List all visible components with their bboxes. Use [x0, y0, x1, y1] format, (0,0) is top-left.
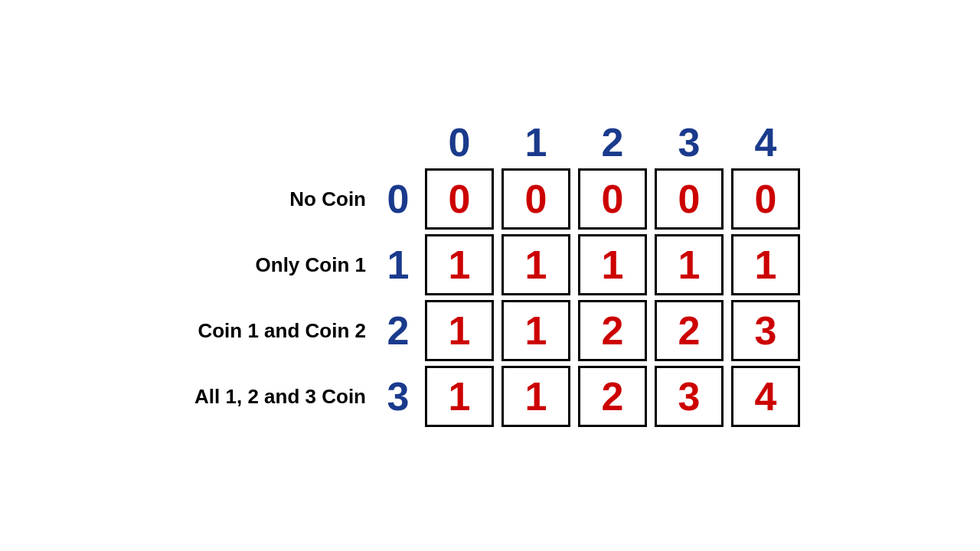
data-row-2: Coin 1 and Coin 2211223	[176, 300, 804, 361]
cell-1-0: 1	[425, 234, 494, 295]
data-row-3: All 1, 2 and 3 Coin311234	[176, 366, 804, 427]
cell-0-1: 0	[501, 168, 570, 230]
col-header-2: 2	[574, 119, 651, 165]
cell-2-1: 1	[501, 300, 570, 361]
col-header-3: 3	[651, 119, 727, 165]
header-row: 01234	[176, 119, 804, 165]
cell-3-2: 2	[578, 366, 647, 427]
cell-3-3: 3	[655, 366, 724, 427]
col-header-0: 0	[421, 119, 498, 165]
cell-1-3: 1	[655, 234, 724, 295]
data-row-0: No Coin000000	[176, 168, 804, 230]
cell-2-2: 2	[578, 300, 647, 361]
row-index-3: 3	[375, 373, 421, 419]
cell-3-0: 1	[425, 366, 494, 427]
row-label-3: All 1, 2 and 3 Coin	[176, 385, 375, 409]
data-row-1: Only Coin 1111111	[176, 234, 804, 295]
cell-0-2: 0	[578, 168, 647, 230]
main-table: 01234 No Coin000000Only Coin 1111111Coin…	[176, 119, 804, 432]
cell-0-3: 0	[655, 168, 724, 230]
cell-0-0: 0	[425, 168, 494, 230]
cell-2-4: 3	[731, 300, 800, 361]
col-header-1: 1	[498, 119, 574, 165]
row-label-1: Only Coin 1	[176, 253, 375, 277]
col-header-4: 4	[727, 119, 804, 165]
row-index-1: 1	[375, 242, 421, 288]
row-label-2: Coin 1 and Coin 2	[176, 319, 375, 343]
cell-2-3: 2	[655, 300, 724, 361]
cell-3-4: 4	[731, 366, 800, 427]
row-index-2: 2	[375, 308, 421, 354]
row-index-0: 0	[375, 176, 421, 222]
cell-1-2: 1	[578, 234, 647, 295]
row-label-0: No Coin	[176, 187, 375, 211]
cell-1-4: 1	[731, 234, 800, 295]
cell-1-1: 1	[501, 234, 570, 295]
cell-2-0: 1	[425, 300, 494, 361]
cell-3-1: 1	[501, 366, 570, 427]
cell-0-4: 0	[731, 168, 800, 230]
